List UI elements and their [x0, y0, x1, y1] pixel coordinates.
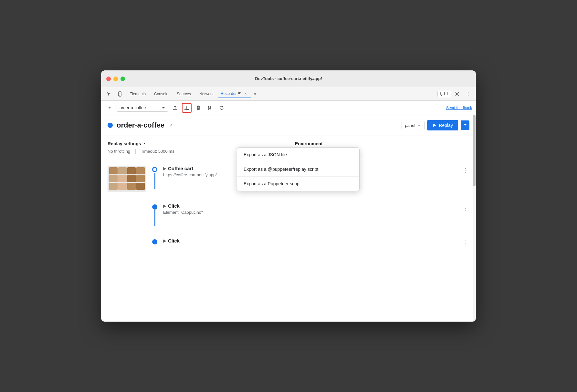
- tab-recorder-label: Recorder: [221, 91, 236, 96]
- thumb-cell: [136, 183, 145, 190]
- step-circle-filled: [152, 204, 157, 210]
- thumb-cell: [118, 167, 127, 174]
- scrollbar-thumb[interactable]: [473, 115, 476, 186]
- titlebar: DevTools - coffee-cart.netlify.app/: [101, 70, 476, 87]
- step-expand-icon-2[interactable]: ▶: [163, 204, 166, 208]
- recorder-flag-icon: [238, 92, 242, 96]
- close-traffic-light[interactable]: [106, 77, 111, 81]
- thumb-cell: [127, 175, 136, 182]
- throttle-value: No throttling: [108, 149, 136, 154]
- export-button-wrapper: [182, 103, 192, 113]
- thumb-cell: [109, 175, 118, 182]
- replay-chevron-icon: [464, 123, 467, 127]
- export-puppeteer-replay-item[interactable]: Export as a @puppeteer/replay script: [237, 162, 359, 177]
- recording-selector[interactable]: order-a-coffee: [117, 104, 168, 112]
- minimize-traffic-light[interactable]: [113, 77, 118, 81]
- notification-count: 1: [446, 92, 448, 96]
- thumb-cell: [127, 167, 136, 174]
- more-options-icon[interactable]: ⋮: [463, 89, 473, 99]
- recorder-close-icon[interactable]: ×: [243, 91, 248, 96]
- step-connector-2: [152, 204, 158, 226]
- tab-network[interactable]: Network: [195, 90, 217, 98]
- main-content: order-a-coffee panel Replay: [101, 115, 476, 322]
- tab-sources[interactable]: Sources: [173, 90, 195, 98]
- mobile-device-icon[interactable]: [115, 89, 125, 99]
- chat-icon: [440, 92, 445, 96]
- trash-icon: [196, 105, 201, 110]
- settings-icon[interactable]: [452, 89, 462, 99]
- step-title-2: ▶ Click: [163, 203, 456, 209]
- step-title-3: ▶ Click: [163, 238, 456, 243]
- thumb-cell: [118, 175, 127, 182]
- devtools-window: DevTools - coffee-cart.netlify.app/ Elem…: [101, 70, 476, 322]
- svg-point-3: [456, 93, 458, 95]
- step-expand-icon[interactable]: ▶: [163, 166, 166, 171]
- step-thumbnail: [108, 166, 146, 191]
- tab-elements[interactable]: Elements: [126, 90, 150, 98]
- step-subtitle-2: Element "Cappucino": [163, 210, 456, 215]
- step-connector-3: [152, 239, 158, 244]
- recording-status-dot: [108, 123, 113, 128]
- step-expand-icon-3[interactable]: ▶: [163, 239, 166, 243]
- toolbar: + order-a-coffee: [101, 101, 476, 115]
- step-more-1[interactable]: ⋮: [461, 166, 469, 175]
- notification-badge[interactable]: 1: [437, 91, 451, 97]
- export-dropdown-menu: Export as a JSON file Export as a @puppe…: [237, 147, 360, 191]
- step-more-3[interactable]: ⋮: [461, 238, 469, 248]
- export-puppeteer-item[interactable]: Export as a Puppeteer script: [237, 177, 359, 191]
- thumb-cell: [127, 183, 136, 190]
- upload-button[interactable]: [170, 103, 180, 113]
- settings-expand-icon[interactable]: [143, 142, 146, 145]
- tab-recorder[interactable]: Recorder ×: [218, 90, 251, 98]
- pointer-tool-icon[interactable]: [104, 89, 114, 99]
- scrollbar-track: [473, 115, 476, 322]
- refresh-icon: [219, 105, 224, 110]
- traffic-lights: [106, 77, 125, 81]
- step-item-click-3: ▶ Click ⋮: [108, 238, 469, 248]
- thumb-cell: [136, 175, 145, 182]
- step-circle: [152, 167, 157, 172]
- panel-label: panel: [405, 123, 415, 128]
- play-icon: [432, 123, 437, 128]
- thumb-cell: [109, 167, 118, 174]
- step-line: [154, 173, 155, 189]
- recording-header: order-a-coffee panel Replay: [101, 115, 476, 136]
- download-icon: [184, 105, 189, 110]
- dropdown-chevron-icon: [162, 106, 165, 110]
- thumb-cell: [109, 183, 118, 190]
- window-title: DevTools - coffee-cart.netlify.app/: [255, 76, 322, 81]
- panel-selector[interactable]: panel: [402, 121, 425, 130]
- step-content-3: ▶ Click: [163, 238, 456, 245]
- gear-icon: [455, 91, 460, 97]
- delete-button[interactable]: [194, 103, 203, 113]
- replay-label: Replay: [439, 123, 453, 128]
- step-play-button[interactable]: [205, 103, 215, 113]
- replay-button[interactable]: Replay: [427, 120, 458, 130]
- step-content-2: ▶ Click Element "Cappucino": [163, 203, 456, 215]
- send-feedback-link[interactable]: Send feedback: [446, 106, 472, 110]
- recording-title: order-a-coffee: [117, 121, 164, 129]
- export-button[interactable]: [182, 103, 192, 113]
- step-connector-1: [152, 167, 158, 189]
- timeout-value: Timeout: 5000 ms: [141, 149, 174, 154]
- step-more-2[interactable]: ⋮: [461, 203, 469, 213]
- more-tabs-icon[interactable]: »: [251, 90, 259, 98]
- refresh-button[interactable]: [217, 103, 226, 113]
- replay-settings-label: Replay settings: [108, 141, 282, 146]
- upload-icon: [173, 105, 178, 110]
- step-line-2: [154, 210, 155, 226]
- tab-console[interactable]: Console: [150, 90, 172, 98]
- thumb-cell: [118, 183, 127, 190]
- step-circle-3: [152, 239, 157, 244]
- replay-dropdown-button[interactable]: [461, 120, 469, 130]
- edit-icon[interactable]: [168, 123, 173, 128]
- tabbar: Elements Console Sources Network Recorde…: [101, 87, 476, 101]
- panel-chevron-icon: [417, 123, 421, 127]
- env-label: Environment: [295, 141, 469, 146]
- right-controls: panel Replay: [402, 120, 469, 130]
- svg-rect-2: [441, 92, 445, 95]
- export-json-item[interactable]: Export as a JSON file: [237, 148, 359, 162]
- maximize-traffic-light[interactable]: [121, 77, 125, 81]
- add-recording-button[interactable]: +: [105, 103, 115, 113]
- step-item-click-cappucino: ▶ Click Element "Cappucino" ⋮: [108, 203, 469, 226]
